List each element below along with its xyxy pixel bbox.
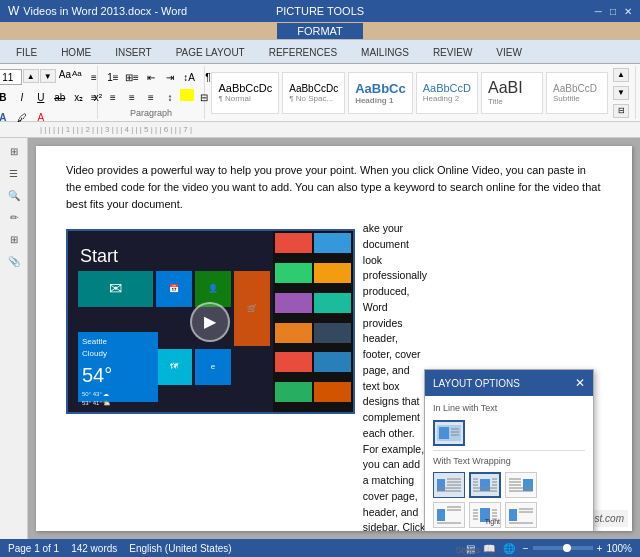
swatch-green[interactable] — [275, 263, 312, 283]
italic-icon[interactable]: I — [13, 89, 31, 105]
underline-icon[interactable]: U — [32, 89, 50, 105]
tab-references[interactable]: REFERENCES — [257, 41, 349, 63]
svg-rect-26 — [437, 509, 445, 521]
tile-store[interactable]: 🛒 — [234, 271, 270, 346]
swatch-red2[interactable] — [275, 352, 312, 372]
tab-home[interactable]: HOME — [49, 41, 103, 63]
wrapping-icons-row1 — [433, 472, 585, 498]
styles-more[interactable]: ⊟ — [613, 104, 629, 118]
font-size-up[interactable]: ▲ — [23, 69, 39, 83]
wrap-icon-2[interactable] — [469, 472, 501, 498]
bold-icon[interactable]: B — [0, 89, 12, 105]
zoom-out-icon[interactable]: − — [523, 543, 529, 554]
inline-icon-1[interactable] — [433, 420, 465, 446]
align-center-icon[interactable]: ≡ — [104, 89, 122, 105]
minimize-button[interactable]: ─ — [595, 6, 602, 17]
style-heading1[interactable]: AaBbCc Heading 1 — [348, 72, 413, 114]
line-spacing-icon[interactable]: ↕ — [161, 89, 179, 105]
multilevel-list-icon[interactable]: ⊞≡ — [123, 69, 141, 85]
layout-options-panel: LAYOUT OPTIONS ✕ In Line with Text — [424, 369, 594, 531]
bullets-icon[interactable]: ≡ — [85, 69, 103, 85]
clip-icon[interactable]: 📎 — [4, 252, 24, 270]
nav-icon[interactable]: ☰ — [4, 164, 24, 182]
tile-calendar[interactable]: 📅 — [156, 271, 192, 307]
status-left: Page 1 of 1 142 words English (United St… — [8, 543, 232, 554]
inline-svg — [435, 423, 463, 443]
body-text-1: Video provides a powerful way to help yo… — [66, 162, 602, 213]
wrap-icon-3[interactable] — [505, 472, 537, 498]
title-bar-left: W Videos in Word 2013.docx - Word — [8, 4, 187, 18]
zoom-icon[interactable]: 🔍 — [4, 186, 24, 204]
swatch-teal[interactable] — [314, 293, 351, 313]
tab-file[interactable]: FILE — [4, 41, 49, 63]
win8-screen: Start ✉ 📅 👤 🛒 🌄 ♪ 📷 🗺 e — [68, 231, 353, 412]
tile-mail[interactable]: ✉ — [78, 271, 153, 307]
tab-insert[interactable]: INSERT — [103, 41, 164, 63]
align-left-icon[interactable]: ≡ — [85, 89, 103, 105]
swatch-orange2[interactable] — [275, 323, 312, 343]
justify-icon[interactable]: ≡ — [142, 89, 160, 105]
align-right-icon[interactable]: ≡ — [123, 89, 141, 105]
video-embed[interactable]: Start ✉ 📅 👤 🛒 🌄 ♪ 📷 🗺 e — [66, 229, 355, 414]
edit-icon[interactable]: ✏ — [4, 208, 24, 226]
svg-rect-39 — [509, 509, 517, 521]
style-no-space[interactable]: AaBbCcDc ¶ No Spac... — [282, 72, 345, 114]
swatch-blue[interactable] — [314, 233, 351, 253]
tab-page-layout[interactable]: PAGE LAYOUT — [164, 41, 257, 63]
wrap-icon-tight[interactable]: Tight — [469, 502, 501, 528]
zoom-control[interactable]: − + 100% — [523, 543, 632, 554]
swatch-orange[interactable] — [314, 263, 351, 283]
increase-indent-icon[interactable]: ⇥ — [161, 69, 179, 85]
swatch-red[interactable] — [275, 233, 312, 253]
font-size-input[interactable] — [0, 69, 22, 85]
svg-rect-11 — [480, 479, 490, 491]
view-icon[interactable]: ⊞ — [4, 142, 24, 160]
numbered-list-icon[interactable]: 1≡ — [104, 69, 122, 85]
format-tab[interactable]: FORMAT — [277, 23, 363, 39]
style-heading2[interactable]: AaBbCcD Heading 2 — [416, 72, 478, 114]
tight-label: Tight — [485, 517, 500, 528]
zoom-slider[interactable] — [533, 546, 593, 550]
tab-mailings[interactable]: MAILINGS — [349, 41, 421, 63]
style-title[interactable]: AaBI Title — [481, 72, 543, 114]
styles-up[interactable]: ▲ — [613, 68, 629, 82]
swatch-blue2[interactable] — [314, 352, 351, 372]
swatch-dark[interactable] — [314, 323, 351, 343]
status-right: ▤ 📖 🌐 − + 100% — [466, 543, 632, 554]
swatch-green2[interactable] — [275, 382, 312, 402]
tile-maps[interactable]: 🗺 — [156, 349, 192, 385]
play-button[interactable]: ▶ — [190, 302, 230, 342]
styles-down[interactable]: ▼ — [613, 86, 629, 100]
sort-icon[interactable]: ↕A — [180, 69, 198, 85]
font-aa-large[interactable]: Aa — [59, 69, 71, 85]
layout-close-button[interactable]: ✕ — [575, 374, 585, 392]
page-info: Page 1 of 1 — [8, 543, 59, 554]
paragraph-section: ≡ 1≡ ⊞≡ ⇤ ⇥ ↕A ¶ ≡ ≡ ≡ ≡ ↕ ⊟ — [98, 66, 206, 119]
swatch-purple[interactable] — [275, 293, 312, 313]
zoom-thumb — [563, 544, 571, 552]
window-controls[interactable]: ─ □ ✕ — [595, 6, 632, 17]
shading-icon[interactable] — [180, 89, 194, 101]
zoom-in-icon[interactable]: + — [597, 543, 603, 554]
ruler: | | | | | | 1 | | | 2 | | | 3 | | | 4 | … — [0, 122, 640, 138]
view-web-icon[interactable]: 🌐 — [503, 543, 515, 554]
wrap-icon-1[interactable] — [433, 472, 465, 498]
style-normal[interactable]: AaBbCcDc ¶ Normal — [211, 72, 279, 114]
inline-icons — [433, 420, 585, 446]
tab-view[interactable]: VIEW — [484, 41, 534, 63]
wrap-icon-4[interactable] — [433, 502, 465, 528]
strikethrough-icon[interactable]: ab — [51, 89, 69, 105]
color-panel — [273, 231, 353, 412]
swatch-orange3[interactable] — [314, 382, 351, 402]
font-size-down[interactable]: ▼ — [40, 69, 56, 83]
tile-ie[interactable]: e — [195, 349, 231, 385]
style-subtitle[interactable]: AaBbCcD Subtitle — [546, 72, 608, 114]
table-icon[interactable]: ⊞ — [4, 230, 24, 248]
decrease-indent-icon[interactable]: ⇤ — [142, 69, 160, 85]
tab-review[interactable]: REVIEW — [421, 41, 484, 63]
wrap-icon-5[interactable] — [505, 502, 537, 528]
font-aa-small[interactable]: Aa — [72, 69, 82, 85]
view-read-icon[interactable]: 📖 — [483, 543, 495, 554]
close-button[interactable]: ✕ — [624, 6, 632, 17]
maximize-button[interactable]: □ — [610, 6, 616, 17]
